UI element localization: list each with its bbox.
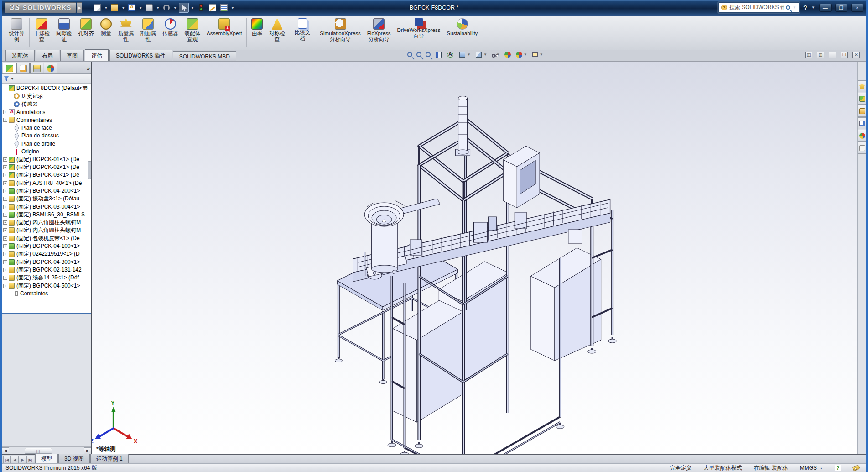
tab-nav-next-button[interactable]: ▶ [19, 456, 26, 463]
tree-item[interactable]: +Contraintes [2, 290, 91, 298]
minimize-button[interactable]: — [819, 4, 832, 12]
show-pane-right-button[interactable]: ◫ [817, 52, 824, 58]
save-document-caret-icon[interactable]: ▼ [139, 6, 142, 10]
options-caret-icon[interactable]: ▼ [231, 6, 234, 10]
ribbon-button-assemblyxpert[interactable]: AssemblyXpert [203, 17, 245, 49]
tree-item[interactable]: +(固定) 内六角圆柱头螺钉M [2, 226, 91, 234]
tree-item[interactable]: +Origine [2, 147, 91, 155]
new-document-caret-icon[interactable]: ▼ [104, 6, 108, 10]
scroll-left-icon[interactable]: ◀ [2, 447, 9, 454]
displaymanager-tab[interactable] [44, 63, 57, 73]
tree-expand-icon[interactable]: + [3, 220, 7, 225]
tab-布局[interactable]: 布局 [36, 50, 59, 61]
tree-expand-icon[interactable]: + [3, 228, 7, 232]
custom-properties-button[interactable] [858, 142, 867, 154]
tree-item[interactable]: +(固定) 包装机皮带<1> (Dé [2, 235, 91, 242]
tree-item[interactable]: +(固定) BGPCK-04-300<1> [2, 258, 91, 266]
print-caret-icon[interactable]: ▼ [156, 6, 160, 10]
tree-item[interactable]: +(固定) BGPCK-03-004<1> [2, 203, 91, 210]
ribbon-button-compare[interactable]: 比较文档 [291, 17, 314, 49]
tree-expand-icon[interactable]: + [3, 110, 7, 114]
tree-item[interactable]: +(固定) BGPCK-04-200<1> [2, 187, 91, 195]
scroll-right-icon[interactable]: ▶ [84, 447, 91, 454]
search-box[interactable]: ? 搜索 SOLIDWORKS 帮助 ▼ [718, 2, 800, 13]
view-settings-caret-icon[interactable]: ▼ [540, 52, 543, 57]
tree-item[interactable]: +(固定) BGPCK-03<1> (Dé [2, 171, 91, 179]
tree-expand-icon[interactable]: + [3, 244, 7, 248]
status-units[interactable]: MMGS▲ [800, 465, 823, 471]
graphics-viewport[interactable]: .bm7{stroke:#23233a;stroke-width:7;fill:… [92, 62, 857, 454]
restore-button[interactable]: ❐ [835, 4, 847, 12]
tree-expand-icon[interactable]: + [3, 165, 7, 169]
apply-scene-caret-icon[interactable]: ▼ [524, 52, 527, 57]
zoom-fit-button[interactable] [407, 52, 412, 57]
ribbon-button-sensor[interactable]: 传感器 [159, 17, 182, 49]
tab-nav-first-button[interactable]: |◀ [3, 456, 11, 463]
signal-tower[interactable] [456, 96, 470, 156]
tree-expand-icon[interactable]: + [3, 213, 7, 217]
panel-horizontal-scrollbar[interactable]: ◀ ||| ▶ [2, 446, 91, 454]
save-document-button[interactable] [127, 3, 137, 13]
hide-show-items-caret-icon[interactable]: ▼ [496, 52, 500, 57]
design-library-button[interactable] [858, 93, 867, 105]
tree-expand-icon[interactable]: + [3, 268, 7, 272]
tree-item[interactable]: +Plan de dessus [2, 132, 91, 140]
options-button[interactable] [219, 3, 229, 13]
tree-item[interactable]: +BGPCK-F8DCOR (Défaut<显 [2, 84, 91, 92]
tree-item[interactable]: +(固定) 0242219519<1> (D [2, 250, 91, 258]
tree-item[interactable]: +Annotations [2, 108, 91, 116]
tree-vertical-scrollbar[interactable] [88, 161, 91, 179]
help-button[interactable]: ? [803, 4, 807, 11]
display-style-button[interactable]: ▼ [475, 51, 487, 58]
tab-装配体[interactable]: 装配体 [5, 50, 35, 61]
tree-item[interactable]: +(固定) 振动盘3<1> (Défau [2, 195, 91, 203]
tree-expand-icon[interactable]: + [3, 236, 7, 241]
tree-item[interactable]: +(固定) BGPCK-02-131-142 [2, 266, 91, 274]
tree-item[interactable]: +(固定) 纸套14-25<1> (Déf [2, 274, 91, 282]
featuremanager-tab[interactable] [3, 63, 16, 73]
section-view-button[interactable] [435, 51, 442, 58]
annotation-view-button[interactable] [447, 51, 454, 58]
show-pane-left-button[interactable]: ◫ [805, 52, 812, 58]
ribbon-button-mass-properties[interactable]: 质量属性 [115, 17, 137, 49]
minimize-document-button[interactable]: — [829, 52, 836, 58]
print-button[interactable] [144, 3, 154, 13]
viewport-3d-model[interactable]: .bm7{stroke:#23233a;stroke-width:7;fill:… [92, 62, 857, 454]
ribbon-button-symmetry[interactable]: 对称检查 [266, 17, 288, 49]
tree-expand-icon[interactable]: + [3, 181, 7, 185]
tree-item[interactable]: +(固定) BGPCK-01<1> (Dé [2, 156, 91, 163]
previous-view-button[interactable] [426, 52, 431, 57]
apply-scene-button[interactable]: ▼ [515, 51, 527, 58]
configurationmanager-tab[interactable] [30, 63, 43, 73]
edit-appearance-button[interactable] [504, 51, 511, 58]
search-caret-icon[interactable]: ▼ [793, 5, 796, 10]
units-caret-icon[interactable]: ▲ [820, 467, 823, 470]
ribbon-button-interference[interactable]: 干涉检查 [31, 17, 53, 49]
solidworks-resources-button[interactable] [858, 80, 867, 92]
search-input[interactable]: 搜索 SOLIDWORKS 帮助 [729, 4, 784, 11]
tree-expand-icon[interactable]: + [3, 260, 7, 264]
tree-expand-icon[interactable]: + [3, 118, 7, 122]
tree-item[interactable]: +(固定) BGPCK-04-500<1> [2, 282, 91, 289]
tree-item[interactable]: +Plan de droite [2, 140, 91, 147]
tree-item[interactable]: +历史记录 [2, 92, 91, 100]
tree-item[interactable]: +传感器 [2, 100, 91, 108]
filter-caret-icon[interactable]: ▼ [10, 77, 14, 81]
tab-SOLIDWORKS MBD[interactable]: SOLIDWORKS MBD [173, 51, 236, 61]
tree-item[interactable]: +(固定) AJSTR8_40<1> (Dé [2, 179, 91, 187]
view-orientation-caret-icon[interactable]: ▼ [467, 52, 471, 57]
tab-评估[interactable]: 评估 [85, 49, 109, 61]
scrollbar-track[interactable]: ||| [9, 447, 84, 454]
tree-expand-icon[interactable]: + [3, 157, 7, 162]
tab-nav-last-button[interactable]: ▶| [26, 456, 34, 463]
tree-expand-icon[interactable]: + [3, 276, 7, 280]
open-document-caret-icon[interactable]: ▼ [121, 6, 125, 10]
propertymanager-tab[interactable] [16, 63, 30, 73]
tab-nav-prev-button[interactable]: ◀ [11, 456, 19, 463]
filter-icon[interactable] [4, 76, 9, 81]
zoom-area-button[interactable] [416, 52, 421, 57]
select-tool-button[interactable] [179, 3, 189, 13]
appearances-scenes-button[interactable] [858, 130, 867, 142]
restore-document-button[interactable]: ❐ [841, 52, 848, 58]
tab-草图[interactable]: 草图 [60, 50, 84, 61]
